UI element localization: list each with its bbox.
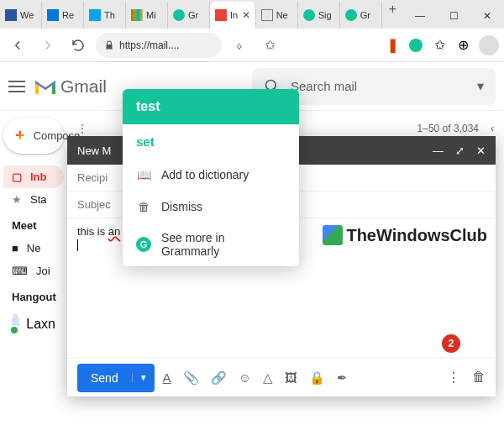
back-button[interactable]	[5, 33, 30, 58]
see-more-button[interactable]: G See more in Grammarly	[123, 223, 299, 266]
window-controls: — ☐ ✕	[403, 3, 504, 29]
main-menu-button[interactable]	[8, 81, 25, 92]
browser-toolbar: https://mail.... ⬨ ✩ ❚ ✩ ⊕	[0, 29, 504, 62]
dismiss-button[interactable]: 🗑 Dismiss	[123, 191, 299, 223]
error-word[interactable]: an	[108, 225, 120, 238]
grammarly-popup: test set 📖 Add to dictionary 🗑 Dismiss G…	[123, 89, 299, 266]
attach-icon[interactable]: 📎	[183, 370, 199, 386]
discard-button[interactable]: 🗑	[472, 370, 486, 386]
forward-button[interactable]	[35, 33, 60, 58]
watermark-icon	[323, 225, 343, 245]
browser-titlebar: We Re Th Mi Gr Inb✕ Ne Sig Gr + — ☐ ✕	[0, 0, 504, 29]
close-button[interactable]: ✕	[470, 3, 504, 29]
svg-point-0	[266, 80, 276, 90]
watermark: TheWindowsClub	[323, 225, 487, 245]
meet-new-meeting[interactable]: ■Ne	[3, 237, 64, 260]
sidebar-item-inbox[interactable]: ▢Inb	[3, 165, 64, 188]
browser-tab[interactable]: Re	[42, 2, 84, 29]
browser-tab[interactable]: Gr	[340, 2, 382, 29]
gmail-brand-text: Gmail	[60, 76, 107, 97]
tracking-icon[interactable]: ⬨	[227, 33, 252, 58]
browser-tab[interactable]: Mi	[126, 2, 168, 29]
dictionary-icon: 📖	[136, 167, 151, 182]
url-text: https://mail....	[119, 39, 179, 51]
lock-icon	[104, 40, 114, 50]
emoji-icon[interactable]: ☺	[239, 370, 251, 386]
sidebar-item-starred[interactable]: ★Sta	[3, 188, 64, 211]
hangouts-section-title: Hangout	[3, 282, 64, 308]
grammarly-extension-icon[interactable]	[408, 38, 423, 53]
office-extension-icon[interactable]: ❚	[385, 38, 400, 53]
video-icon: ■	[12, 242, 18, 254]
more-options-button[interactable]: ⋮	[447, 370, 460, 386]
user-name: Laxn	[26, 317, 55, 332]
sidebar: + Compose ▢Inb ★Sta Meet ■Ne ⌨Joi Hangou…	[0, 111, 67, 425]
browser-tab[interactable]: Sig	[298, 2, 340, 29]
maximize-button[interactable]: ☐	[437, 3, 470, 29]
browser-tab-active[interactable]: Inb✕	[210, 2, 256, 29]
keyboard-icon: ⌨	[12, 265, 28, 277]
browser-tab[interactable]: Ne	[256, 2, 298, 29]
compose-close-button[interactable]: ✕	[476, 144, 486, 157]
meet-join-meeting[interactable]: ⌨Joi	[3, 260, 64, 282]
link-icon[interactable]: 🔗	[211, 370, 227, 386]
close-icon[interactable]: ✕	[242, 9, 250, 21]
hangouts-user[interactable]: Laxn	[3, 308, 64, 340]
star-icon: ★	[12, 193, 22, 206]
grammarly-correction[interactable]: test	[123, 89, 299, 124]
plus-icon: +	[15, 126, 25, 145]
tab-strip: We Re Th Mi Gr Inb✕ Ne Sig Gr +	[0, 2, 403, 29]
meet-section-title: Meet	[3, 211, 64, 237]
compose-footer: Send ▼ A 📎 🔗 ☺ △ 🖼 🔒 ✒ ⋮ 🗑	[67, 358, 496, 396]
profile-avatar[interactable]	[479, 35, 499, 55]
compose-minimize-button[interactable]: —	[433, 144, 444, 157]
more-actions-button[interactable]: ⋮	[77, 123, 87, 134]
confidential-icon[interactable]: 🔒	[309, 370, 325, 386]
grammarly-suggestion[interactable]: set	[123, 124, 299, 159]
search-placeholder: Search mail	[291, 79, 357, 93]
image-icon[interactable]: 🖼	[285, 370, 297, 386]
browser-tab[interactable]: Th	[84, 2, 126, 29]
collections-icon[interactable]: ⊕	[455, 38, 470, 53]
grammarly-icon: G	[136, 237, 151, 252]
grammarly-badge[interactable]: 2	[442, 334, 460, 353]
send-options-button[interactable]: ▼	[132, 373, 155, 382]
favorites-icon[interactable]: ✩	[432, 38, 447, 53]
pen-icon[interactable]: ✒	[337, 370, 348, 386]
new-tab-button[interactable]: +	[382, 2, 403, 29]
minimize-button[interactable]: —	[403, 3, 437, 29]
send-button[interactable]: Send ▼	[77, 364, 155, 392]
gmail-icon	[34, 77, 57, 96]
add-to-dictionary-button[interactable]: 📖 Add to dictionary	[123, 159, 299, 191]
gmail-logo[interactable]: Gmail	[34, 76, 107, 97]
format-icon[interactable]: A	[163, 370, 171, 386]
inbox-icon: ▢	[12, 171, 22, 183]
refresh-button[interactable]	[66, 33, 91, 58]
favorite-button[interactable]: ✩	[257, 33, 282, 58]
search-options-button[interactable]: ▾	[477, 78, 484, 94]
address-bar[interactable]: https://mail....	[96, 33, 222, 58]
body-text: this is	[77, 225, 108, 238]
dismiss-icon: 🗑	[136, 199, 151, 214]
compose-title: New M	[77, 144, 111, 157]
browser-tab[interactable]: We	[0, 2, 42, 29]
compose-expand-button[interactable]: ⤢	[455, 144, 465, 157]
drive-icon[interactable]: △	[263, 370, 273, 386]
compose-button[interactable]: + Compose	[3, 118, 64, 154]
browser-tab[interactable]: Gr	[168, 2, 210, 29]
pagination-text: 1–50 of 3,034	[417, 123, 479, 134]
user-avatar	[12, 313, 19, 335]
prev-page-button[interactable]: ‹	[491, 123, 494, 134]
